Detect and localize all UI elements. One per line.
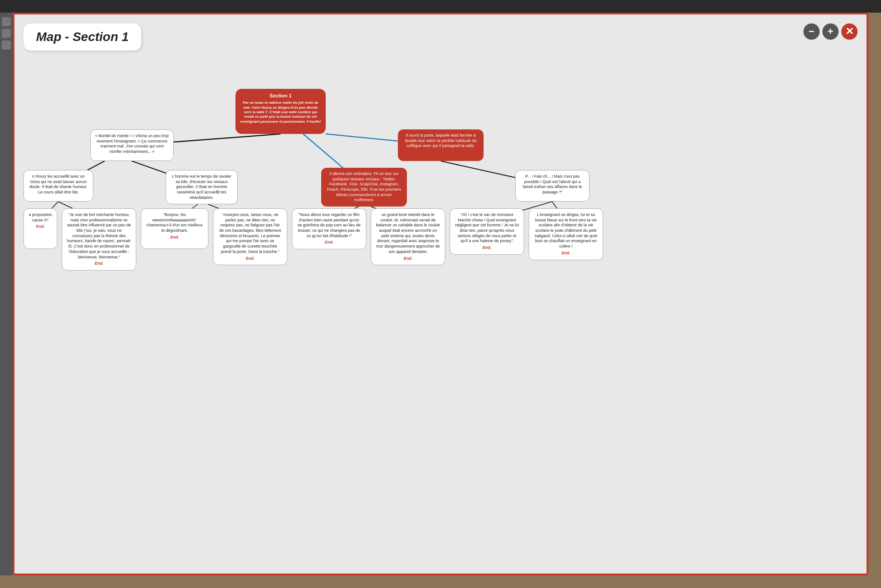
node-leaf8-end: End.: [534, 251, 598, 256]
node-leaf-a[interactable]: n Houry les accueillit avec un rictus qu…: [23, 170, 93, 202]
node-mid2[interactable]: Il ouvrit la porte, laquelle était fermé…: [398, 129, 484, 161]
node-mid3[interactable]: Il alluma son ordinateur. Fit un tour su…: [321, 168, 407, 207]
node-leaf-b-text: L'homme eut le temps de ravaler sa bile,…: [171, 174, 233, 200]
main-panel: Map - Section 1 − + ✕: [13, 13, 868, 575]
node-root-title: Section 1: [240, 92, 321, 99]
node-leaf6-text: un grand bruit retentit dans le couloir.…: [376, 212, 440, 255]
node-mid1-text: « Bordel de merde ! » s'écria un peu tro…: [95, 133, 169, 155]
controls: − + ✕: [803, 23, 858, 40]
zoom-out-button[interactable]: −: [803, 23, 820, 40]
node-mid2-text: Il ouvrit la porte, laquelle était fermé…: [402, 133, 479, 149]
node-leaf1-text: a proposition cause !!!": [28, 212, 52, 223]
node-leaf4[interactable]: "Asseyez-vous, taisez-vous, ne parlez pa…: [213, 208, 287, 265]
node-leaf8-text: L'enseignant se dirigea, lui et sa bosse…: [534, 212, 598, 249]
node-leaf7-text: "Ah ! c'est le sac de monsieur Machin ch…: [455, 212, 519, 244]
node-leaf4-text: "Asseyez-vous, taisez-vous, ne parlez pa…: [218, 212, 282, 255]
node-mid1[interactable]: « Bordel de merde ! » s'écria un peu tro…: [90, 129, 174, 161]
connection-lines: [14, 14, 867, 574]
node-leaf1-end: End.: [28, 224, 52, 230]
node-leaf7[interactable]: "Ah ! c'est le sac de monsieur Machin ch…: [450, 208, 524, 255]
node-leaf6[interactable]: un grand bruit retentit dans le couloir.…: [371, 208, 445, 265]
node-leaf1[interactable]: a proposition cause !!!" End.: [23, 208, 57, 249]
top-bar: [0, 0, 881, 13]
node-mid3-text: Il alluma son ordinateur. Fit un tour su…: [326, 171, 402, 203]
node-leaf8[interactable]: L'enseignant se dirigea, lui et sa bosse…: [529, 208, 603, 260]
node-leaf-b[interactable]: L'homme eut le temps de ravaler sa bile,…: [166, 170, 238, 204]
zoom-in-button[interactable]: +: [822, 23, 839, 40]
close-button[interactable]: ✕: [841, 23, 858, 40]
sidebar-icon-3: [2, 41, 11, 50]
node-leaf5-text: "Nous allons tous regarder un film d'act…: [297, 212, 361, 239]
map-title: Map - Section 1: [23, 23, 141, 51]
node-leaf6-end: End.: [376, 256, 440, 262]
node-leaf4-end: End.: [218, 256, 282, 262]
sidebar-icon-1: [2, 17, 11, 26]
node-leaf3[interactable]: "Bonjour, les eeeennnnfaaaaaaannts" chan…: [141, 208, 208, 249]
node-leaf2[interactable]: "Je suis de fort méchante humeur, mais m…: [62, 208, 136, 271]
node-leaf-a-text: n Houry les accueillit avec un rictus qu…: [28, 174, 88, 195]
node-leaf-c[interactable]: P... ! Fais ch... ! Mais c'est pas possi…: [515, 170, 590, 202]
node-leaf3-text: "Bonjour, les eeeennnnfaaaaaaannts" chan…: [146, 212, 203, 234]
node-leaf2-text: "Je suis de fort méchante humeur, mais m…: [67, 212, 131, 260]
left-sidebar: [0, 13, 13, 575]
node-root-text: Par un beau et radieux matin du joli moi…: [240, 101, 321, 124]
node-root[interactable]: Section 1 Par un beau et radieux matin d…: [235, 89, 326, 134]
node-leaf7-end: End.: [455, 245, 519, 251]
node-leaf2-end: End.: [67, 261, 131, 266]
map-canvas: Section 1 Par un beau et radieux matin d…: [14, 14, 867, 574]
sidebar-icon-2: [2, 29, 11, 38]
node-leaf5[interactable]: "Nous allons tous regarder un film d'act…: [292, 208, 366, 249]
node-leaf5-end: End.: [297, 240, 361, 245]
node-leaf-c-text: P... ! Fais ch... ! Mais c'est pas possi…: [520, 174, 585, 195]
node-leaf3-end: End.: [146, 235, 203, 240]
